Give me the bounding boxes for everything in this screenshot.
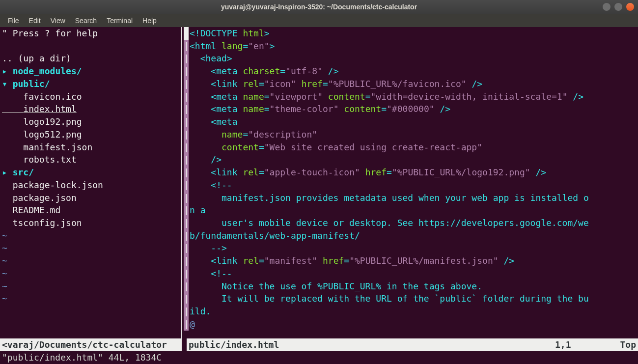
editor-line[interactable]: | <meta name="viewport" content="width=d…	[182, 90, 638, 103]
editor-line[interactable]: | Notice the use of %PUBLIC_URL% in the …	[182, 280, 638, 293]
status-left: <varaj/Documents/ctc-calculator	[0, 338, 182, 351]
tree-item-package-lock-json[interactable]: package-lock.json	[0, 179, 181, 192]
editor-line[interactable]: | <link rel="icon" href="%PUBLIC_URL%/fa…	[182, 78, 638, 90]
editor-line[interactable]: | />	[182, 153, 638, 166]
window-controls	[603, 3, 634, 11]
nerdtree-pane[interactable]: " Press ? for help .. (up a dir)▸ node_m…	[0, 27, 182, 338]
menu-search[interactable]: Search	[70, 14, 102, 28]
editor-line[interactable]: |b/fundamentals/web-app-manifest/	[182, 229, 638, 242]
window-title: yuvaraj@yuvaraj-Inspiron-3520: ~/Documen…	[221, 2, 417, 12]
editor-line[interactable]: | <head>	[182, 52, 638, 65]
editor-line[interactable]: |<html lang="en">	[182, 40, 638, 53]
editor-line[interactable]: |n a	[182, 204, 638, 217]
editor-line[interactable]: | <!--	[182, 267, 638, 280]
menu-view[interactable]: View	[46, 14, 70, 28]
menu-terminal[interactable]: Terminal	[102, 14, 138, 28]
tree-item-favicon-ico[interactable]: favicon.ico	[0, 90, 181, 103]
menu-file[interactable]: File	[3, 14, 24, 28]
editor-line[interactable]: | <meta	[182, 115, 638, 128]
tree-item-readme-md[interactable]: README.md	[0, 204, 181, 217]
command-line[interactable]: "public/index.html" 44L, 1834C	[0, 351, 638, 364]
content: " Press ? for help .. (up a dir)▸ node_m…	[0, 27, 638, 338]
close-button[interactable]	[626, 3, 634, 11]
editor-line[interactable]: | manifest.json provides metadata used w…	[182, 192, 638, 204]
maximize-button[interactable]	[614, 3, 622, 11]
tree-item-logo192-png[interactable]: logo192.png	[0, 115, 181, 128]
minimize-button[interactable]	[603, 3, 610, 11]
tree-item-public[interactable]: ▾ public/	[0, 78, 181, 90]
editor-line[interactable]: | <link rel="manifest" href="%PUBLIC_URL…	[182, 254, 638, 267]
tree-item-node-modules[interactable]: ▸ node_modules/	[0, 65, 181, 78]
tree-item-src[interactable]: ▸ src/	[0, 166, 181, 179]
titlebar: yuvaraj@yuvaraj-Inspiron-3520: ~/Documen…	[0, 0, 638, 14]
editor-line[interactable]: | -->	[182, 242, 638, 254]
statusbar: <varaj/Documents/ctc-calculator public/i…	[0, 338, 638, 351]
menu-edit[interactable]: Edit	[24, 14, 46, 28]
tree-item-manifest-json[interactable]: manifest.json	[0, 141, 181, 154]
editor-line[interactable]: |@	[182, 318, 638, 331]
menubar: FileEditViewSearchTerminalHelp	[0, 14, 638, 27]
menu-help[interactable]: Help	[138, 14, 162, 28]
editor-line[interactable]: | user's mobile device or desktop. See h…	[182, 217, 638, 229]
editor-line[interactable]: |ild.	[182, 305, 638, 318]
editor-line[interactable]: | name="description"	[182, 128, 638, 141]
tree-item-robots-txt[interactable]: robots.txt	[0, 153, 181, 166]
editor-line[interactable]: <!DOCTYPE html>	[182, 27, 638, 40]
status-right: public/index.html 1,1 Top	[187, 338, 638, 351]
tree-item-tsconfig-json[interactable]: tsconfig.json	[0, 217, 181, 229]
editor-line[interactable]: | It will be replaced with the URL of th…	[182, 292, 638, 305]
editor-line[interactable]: | <meta name="theme-color" content="#000…	[182, 103, 638, 115]
editor-line[interactable]: | <!--	[182, 179, 638, 192]
editor-line[interactable]: | content="Web site created using create…	[182, 141, 638, 154]
editor-line[interactable]: | <link rel="apple-touch-icon" href="%PU…	[182, 166, 638, 179]
tree-item-logo512-png[interactable]: logo512.png	[0, 128, 181, 141]
editor-pane[interactable]: <!DOCTYPE html>|<html lang="en">| <head>…	[182, 27, 638, 338]
tree-item-index-html[interactable]: index.html	[0, 103, 181, 115]
editor-line[interactable]: | <meta charset="utf-8" />	[182, 65, 638, 78]
tree-item-package-json[interactable]: package.json	[0, 192, 181, 204]
